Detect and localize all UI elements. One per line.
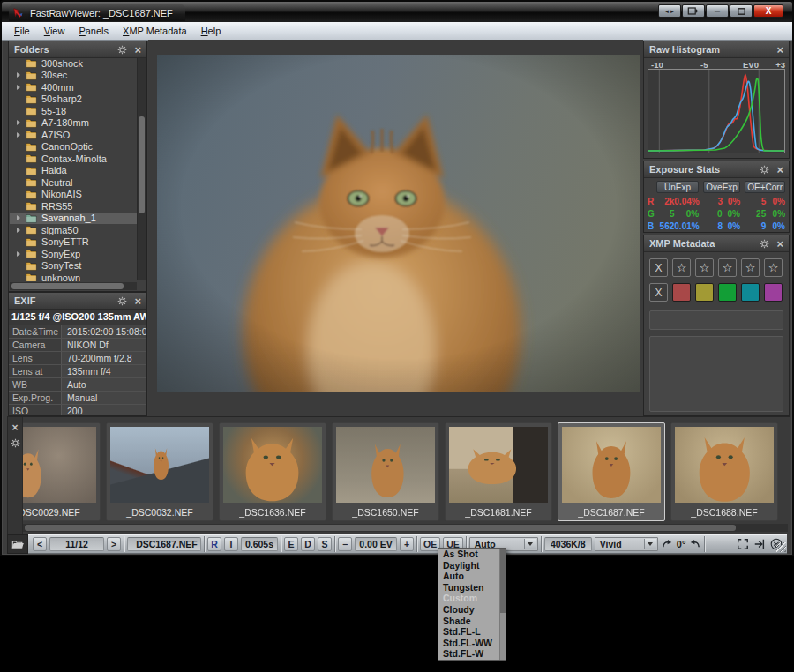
close-icon[interactable]: × — [11, 422, 18, 433]
wb-option[interactable]: Tungsten — [438, 582, 500, 594]
expand-arrow-icon[interactable] — [17, 132, 26, 138]
folder-tree-item[interactable]: 300shock — [10, 57, 137, 70]
menu-item[interactable]: View — [37, 24, 72, 38]
folder-tree-item[interactable]: A7-180mm — [10, 117, 137, 130]
close-icon[interactable]: × — [134, 44, 141, 56]
expand-arrow-icon[interactable] — [17, 215, 26, 220]
exif-panel-header[interactable]: EXIF × — [9, 293, 146, 310]
title-bar[interactable]: FastRawViewer: _DSC1687.NEF ◄► — X — [2, 2, 792, 22]
clear-rating-button[interactable]: X — [649, 258, 668, 277]
picture-style-combobox[interactable]: Vivid — [595, 537, 658, 551]
maximize-button[interactable] — [730, 4, 753, 18]
gear-icon[interactable] — [117, 296, 127, 306]
folder-tree-item[interactable]: SonyETTR — [10, 236, 137, 249]
star-rating-button[interactable]: ☆ — [718, 258, 737, 277]
folder-tree-item[interactable]: 30sec — [10, 70, 137, 82]
histogram-panel-header[interactable]: Raw Histogram × — [644, 41, 789, 58]
color-label-button[interactable] — [695, 283, 714, 302]
next-file-button[interactable]: > — [107, 537, 121, 551]
folder-tree-item[interactable]: 55-18 — [10, 105, 137, 117]
star-rating-button[interactable]: ☆ — [695, 258, 714, 277]
wb-option[interactable]: Std.FL-W — [438, 648, 500, 660]
image-viewer[interactable] — [148, 40, 643, 416]
chevron-down-icon[interactable] — [644, 539, 656, 549]
shadows-button[interactable]: S — [318, 537, 332, 551]
folder-tree-item[interactable]: RRS55 — [10, 200, 137, 213]
menu-item[interactable]: XMP Metadata — [116, 24, 194, 38]
details-button[interactable]: D — [301, 537, 315, 551]
wb-option[interactable]: Shade — [438, 616, 500, 627]
color-label-button[interactable] — [672, 283, 691, 302]
gear-icon[interactable] — [117, 45, 127, 55]
folder-tree-item[interactable]: sigma50 — [10, 224, 137, 236]
clear-color-label-button[interactable]: X — [649, 283, 668, 302]
folder-tree-item[interactable]: Contax-Minolta — [10, 153, 137, 165]
xmp-title-field[interactable] — [649, 310, 783, 330]
folder-tree-item[interactable]: A7ISO — [10, 129, 137, 141]
thumbnail-cell[interactable]: _DSC0032.NEF — [106, 422, 213, 521]
gear-icon[interactable] — [760, 165, 769, 175]
menu-item[interactable]: File — [7, 24, 37, 38]
thumbnail-cell[interactable]: _DSC1687.NEF — [558, 422, 665, 521]
minimize-button[interactable]: — — [706, 4, 729, 18]
color-label-button[interactable] — [718, 283, 737, 302]
thumbnail-cell[interactable]: _DSC0029.NEF — [23, 422, 101, 521]
wb-option[interactable]: Std.FL-WW — [438, 638, 500, 649]
info-mode-button[interactable]: I — [224, 537, 238, 551]
wb-option[interactable]: Cloudy — [438, 604, 500, 616]
folder-tree-item[interactable]: SonyExp — [10, 248, 137, 260]
expand-arrow-icon[interactable] — [17, 85, 26, 90]
exposure-button[interactable]: E — [284, 537, 298, 551]
wb-option[interactable]: Daylight — [438, 560, 500, 571]
close-icon[interactable]: × — [776, 44, 783, 56]
folders-horizontal-scrollbar[interactable] — [10, 282, 137, 290]
dropdown-scrollbar[interactable] — [499, 549, 506, 660]
ev-plus-button[interactable]: + — [400, 537, 414, 551]
stats-panel-header[interactable]: Exposure Stats × — [644, 161, 789, 178]
folder-tree-item[interactable]: unknown — [10, 272, 137, 281]
wb-option[interactable]: As Shot — [438, 549, 500, 560]
folder-tree-item[interactable]: 400mm — [10, 81, 137, 93]
expand-arrow-icon[interactable] — [17, 251, 26, 257]
folder-tree-item[interactable]: Savannah_1 — [10, 213, 137, 225]
thumbnail-cell[interactable]: _DSC1636.NEF — [219, 422, 326, 521]
wb-option[interactable]: Custom — [438, 593, 500, 604]
filmstrip-scrollbar[interactable] — [23, 524, 788, 532]
folders-panel-header[interactable]: Folders × — [9, 41, 146, 58]
folder-tree-item[interactable]: 50sharp2 — [10, 93, 137, 106]
open-folder-button[interactable] — [7, 534, 28, 554]
resize-grip[interactable] — [776, 542, 786, 552]
stats-col-unexp[interactable]: UnExp — [656, 181, 699, 193]
raw-mode-button[interactable]: R — [207, 537, 221, 551]
stats-col-oveexp[interactable]: OveExp — [703, 181, 740, 193]
wb-option[interactable]: Auto — [438, 571, 500, 582]
folder-tree-item[interactable]: SonyTest — [10, 260, 137, 273]
expand-arrow-icon[interactable] — [17, 120, 26, 125]
folder-tree-item[interactable]: Neutral — [10, 176, 137, 189]
thumbnail-cell[interactable]: _DSC1681.NEF — [445, 422, 552, 521]
thumbnail-cell[interactable]: _DSC1650.NEF — [332, 422, 439, 521]
menu-item[interactable]: Help — [194, 24, 228, 38]
fullscreen-icon[interactable] — [737, 538, 749, 550]
star-rating-button[interactable]: ☆ — [741, 258, 760, 277]
thumbnail-cell[interactable]: _DSC1688.NEF — [670, 422, 778, 521]
folder-tree-item[interactable]: CanonOptic — [10, 141, 137, 153]
expand-arrow-icon[interactable] — [17, 228, 26, 233]
xmp-description-field[interactable] — [649, 336, 783, 412]
color-label-button[interactable] — [741, 283, 760, 302]
rotate-cw-icon[interactable] — [661, 538, 674, 551]
goto-panel-icon[interactable] — [753, 538, 766, 550]
xmp-panel-header[interactable]: XMP Metadata × — [644, 235, 789, 252]
wb-option[interactable]: Std.FL-L — [438, 626, 500, 638]
ev-minus-button[interactable]: − — [338, 537, 352, 551]
star-rating-button[interactable]: ☆ — [672, 258, 691, 277]
prev-file-button[interactable]: < — [33, 537, 47, 551]
close-icon[interactable]: × — [776, 238, 783, 250]
close-button[interactable]: X — [753, 4, 783, 18]
menu-item[interactable]: Panels — [71, 24, 116, 38]
stats-col-oecorr[interactable]: OE+Corr — [745, 181, 785, 193]
gear-icon[interactable] — [11, 438, 20, 448]
expand-arrow-icon[interactable] — [17, 72, 26, 78]
close-icon[interactable]: × — [134, 295, 141, 307]
color-label-button[interactable] — [764, 283, 783, 302]
